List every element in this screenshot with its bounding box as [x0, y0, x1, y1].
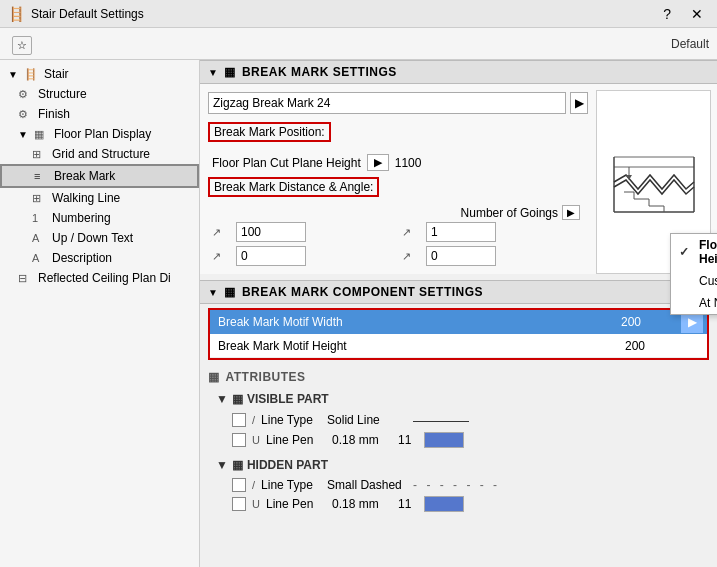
sidebar-item-label: Up / Down Text: [52, 231, 133, 245]
dropdown-arrow-button[interactable]: ▶: [570, 92, 588, 114]
inputs-grid: ↗ ↗ ↗ ↗: [208, 222, 588, 266]
title-bar-controls: ? ✕: [657, 4, 709, 24]
cutplane-row: Floor Plan Cut Plane Height ▶ 1100: [208, 154, 588, 171]
hidden-part-icon: ▦: [232, 458, 243, 472]
sidebar-item-grid-structure[interactable]: ⊞ Grid and Structure: [0, 144, 199, 164]
input-icon-2: ↗: [212, 250, 232, 263]
attributes-label: ATTRIBUTES: [226, 370, 306, 384]
sidebar-item-break-mark[interactable]: ≡ Break Mark: [0, 164, 199, 188]
input-icon-1: ↗: [402, 226, 422, 239]
content-area: ▼ ▦ BREAK MARK SETTINGS Zigzag Break Mar…: [200, 60, 717, 567]
component-section-icon: ▦: [224, 285, 236, 299]
visible-part-header: ▼ ▦ VISIBLE PART: [216, 392, 701, 406]
section-collapse-icon[interactable]: ▼: [208, 67, 218, 78]
goings-label: Number of Goings: [461, 206, 558, 220]
line-pen-value: 0.18 mm: [332, 433, 392, 447]
component-collapse-icon[interactable]: ▼: [208, 287, 218, 298]
help-button[interactable]: ?: [657, 4, 677, 24]
close-button[interactable]: ✕: [685, 4, 709, 24]
comp-label-width: Break Mark Motif Width: [210, 315, 621, 329]
input-row-1-1: ↗: [402, 246, 588, 266]
popup-item-nth-riser[interactable]: At Nth Riser: [671, 292, 717, 314]
sidebar-item-label: Finish: [38, 107, 70, 121]
sidebar-item-label: Walking Line: [52, 191, 120, 205]
sidebar-item-structure[interactable]: ⚙ Structure: [0, 84, 199, 104]
break-mark-position-label: Break Mark Position:: [208, 122, 331, 142]
comp-row-width[interactable]: Break Mark Motif Width 200 ▶: [210, 310, 707, 334]
break-mark-section-title: BREAK MARK SETTINGS: [242, 65, 397, 79]
structure-icon: ⚙: [18, 88, 34, 101]
sidebar-item-numbering[interactable]: 1 Numbering: [0, 208, 199, 228]
line-type-value: Solid Line: [327, 413, 407, 427]
line-pen-color-swatch[interactable]: [424, 432, 464, 448]
input-row-1-0: ↗: [212, 246, 398, 266]
input-field-extra[interactable]: [426, 246, 496, 266]
goings-expand-button[interactable]: ▶: [562, 205, 580, 220]
line-pen-checkbox[interactable]: [232, 433, 246, 447]
hidden-line-pen-color-swatch[interactable]: [424, 496, 464, 512]
cutplane-label: Floor Plan Cut Plane Height: [212, 156, 361, 170]
check-icon: ✓: [679, 245, 693, 259]
walking-line-icon: ⊞: [32, 192, 48, 205]
attributes-icon: ▦: [208, 370, 220, 384]
floor-plan-icon: ▦: [34, 128, 50, 141]
sidebar-item-description[interactable]: A Description: [0, 248, 199, 268]
break-mark-icon: ≡: [34, 170, 50, 182]
sidebar-item-walking-line[interactable]: ⊞ Walking Line: [0, 188, 199, 208]
break-mark-position-row: Break Mark Position:: [208, 122, 588, 148]
input-icon-0: ↗: [212, 226, 232, 239]
line-type-icon: /: [252, 414, 255, 426]
popup-item-floor-plan-cutplane[interactable]: ✓ Floor Plan Cut Plane Height: [671, 234, 717, 270]
chevron-icon: ▼: [8, 69, 18, 80]
input-field-angle[interactable]: [236, 246, 306, 266]
sidebar-item-label: Description: [52, 251, 112, 265]
comp-label-height: Break Mark Motif Height: [210, 339, 625, 353]
goings-header: Number of Goings ▶: [208, 205, 588, 220]
hidden-line-pen-checkbox[interactable]: [232, 497, 246, 511]
sidebar-item-reflected-ceiling[interactable]: ⊟ Reflected Ceiling Plan Di: [0, 268, 199, 288]
visible-expand-icon[interactable]: ▼: [216, 392, 228, 406]
component-section-title: BREAK MARK COMPONENT SETTINGS: [242, 285, 483, 299]
hidden-expand-icon[interactable]: ▼: [216, 458, 228, 472]
title-bar: 🪜 Stair Default Settings ? ✕: [0, 0, 717, 28]
default-label: Default: [671, 37, 709, 51]
line-type-label: Line Type: [261, 413, 321, 427]
hidden-line-pen-num: 11: [398, 497, 418, 511]
break-mark-component-header: ▼ ▦ BREAK MARK COMPONENT SETTINGS: [200, 280, 717, 304]
visible-part-label: VISIBLE PART: [247, 392, 329, 406]
break-mark-style-select[interactable]: Zigzag Break Mark 24: [208, 92, 566, 114]
popup-item-label-0: Floor Plan Cut Plane Height: [699, 238, 717, 266]
break-mark-settings-header: ▼ ▦ BREAK MARK SETTINGS: [200, 60, 717, 84]
hidden-line-type-row: / Line Type Small Dashed - - - - - - -: [216, 476, 701, 494]
comp-value-height: 200: [625, 339, 685, 353]
sidebar-item-label: Reflected Ceiling Plan Di: [38, 271, 171, 285]
line-type-checkbox[interactable]: [232, 413, 246, 427]
sidebar-item-label: Numbering: [52, 211, 111, 225]
popup-item-custom-height[interactable]: Custom Height: [671, 270, 717, 292]
sidebar-item-stair[interactable]: ▼ 🪜 Stair: [0, 64, 199, 84]
sidebar-item-floor-plan-display[interactable]: ▼ ▦ Floor Plan Display: [0, 124, 199, 144]
visible-line-type-row: / Line Type Solid Line ————: [216, 410, 701, 430]
break-dist-row: Break Mark Distance & Angle:: [208, 177, 588, 201]
cutplane-expand-button[interactable]: ▶: [367, 154, 389, 171]
line-pen-num: 11: [398, 433, 418, 447]
break-mark-section-icon: ▦: [224, 65, 236, 79]
input-field-distance[interactable]: [236, 222, 306, 242]
reflected-icon: ⊟: [18, 272, 34, 285]
input-field-goings[interactable]: [426, 222, 496, 242]
cutplane-popup-dropdown: ✓ Floor Plan Cut Plane Height Custom Hei…: [670, 233, 717, 315]
hidden-line-type-checkbox[interactable]: [232, 478, 246, 492]
sidebar-item-finish[interactable]: ⚙ Finish: [0, 104, 199, 124]
visible-part-icon: ▦: [232, 392, 243, 406]
hidden-part-label: HIDDEN PART: [247, 458, 328, 472]
hidden-line-pen-value: 0.18 mm: [332, 497, 392, 511]
line-solid-preview: ————: [413, 412, 469, 428]
comp-value-width: 200: [621, 315, 681, 329]
visible-part-section: ▼ ▦ VISIBLE PART / Line Type Solid Line …: [208, 388, 709, 454]
sidebar-item-label: Stair: [44, 67, 69, 81]
comp-row-height[interactable]: Break Mark Motif Height 200: [210, 334, 707, 358]
hidden-line-type-icon: /: [252, 479, 255, 491]
sidebar-item-updown-text[interactable]: A Up / Down Text: [0, 228, 199, 248]
favorites-button[interactable]: ☆: [12, 36, 32, 55]
hidden-line-pen-row: U Line Pen 0.18 mm 11: [216, 494, 701, 514]
